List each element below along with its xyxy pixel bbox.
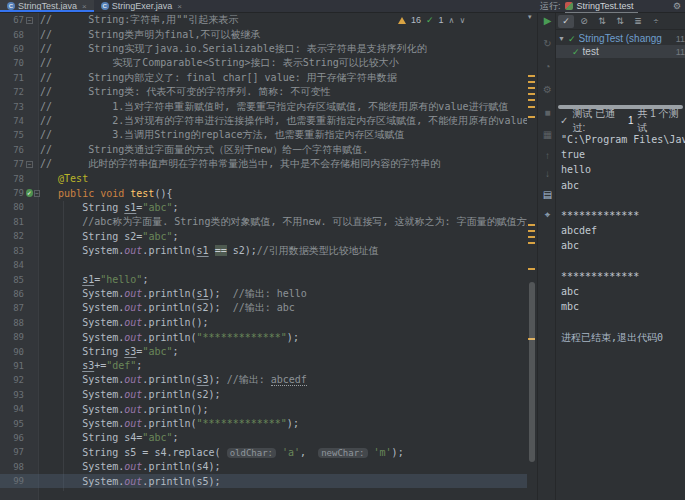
line-number: 81: [0, 217, 24, 227]
code-line[interactable]: 98 System.out.println(s4);: [0, 460, 527, 474]
code-line[interactable]: 76// String类通过字面量的方式（区别于new）给一个字符串赋值.: [0, 143, 527, 157]
fold-icon[interactable]: −: [26, 17, 33, 24]
inspections-widget[interactable]: 16 ✓ 1 ∧ ∨: [398, 15, 465, 25]
code-line[interactable]: 96 String s4="abc";: [0, 431, 527, 445]
code-line[interactable]: 70// 实现了Comparable<String>接口: 表示String可以…: [0, 56, 527, 70]
code-line[interactable]: 84: [0, 258, 527, 272]
rerun-test-icon[interactable]: ▶: [538, 15, 557, 26]
show-ignored-icon[interactable]: ⊘: [576, 15, 592, 28]
warning-stripe-mark[interactable]: [528, 230, 535, 232]
code-line[interactable]: 79✓− public void test(){: [0, 186, 527, 200]
show-passed-icon[interactable]: ✓: [558, 15, 574, 28]
code-line[interactable]: 97 String s5 = s4.replace( oldChar: 'a',…: [0, 445, 527, 459]
code-line[interactable]: 69// String实现了java.io.Serializable接口: 表示…: [0, 42, 527, 56]
code-line[interactable]: 75// 3.当调用String的replace方法, 也需要重新指定内存区域赋…: [0, 128, 527, 142]
warning-stripe-mark[interactable]: [528, 87, 535, 89]
status-check-icon: ✓: [560, 115, 568, 126]
gear-icon[interactable]: ⚙: [673, 1, 681, 11]
code-line[interactable]: 85 s1="hello";: [0, 272, 527, 286]
console-line: [561, 316, 685, 331]
code-line[interactable]: 92 System.out.println(s3); //输出: abcedf: [0, 373, 527, 387]
close-icon[interactable]: ×: [177, 2, 182, 11]
collapse-all-icon[interactable]: ÷: [648, 15, 664, 28]
warning-stripe-mark[interactable]: [528, 224, 535, 226]
dump-threads-icon[interactable]: ▦: [538, 129, 557, 140]
code-line[interactable]: 89 System.out.println("*************");: [0, 330, 527, 344]
code-editor[interactable]: 67−// String:字符串,用""引起来表示68// String类声明为…: [0, 13, 527, 500]
code-line[interactable]: 80 String s1="abc";: [0, 200, 527, 214]
code-line[interactable]: 94 System.out.println();: [0, 402, 527, 416]
code-line[interactable]: 68// String类声明为final,不可以被继承: [0, 27, 527, 41]
scrollbar-thumb[interactable]: [529, 282, 535, 462]
line-number: 97: [0, 447, 24, 457]
coverage-icon[interactable]: ◔: [538, 61, 557, 72]
warning-stripe-mark[interactable]: [528, 236, 535, 238]
code-line[interactable]: 71// String内部定义了: final char[] value: 用于…: [0, 71, 527, 85]
code-text: System.out.println(s4);: [40, 461, 221, 472]
check-icon: ✓: [426, 15, 434, 25]
code-line[interactable]: 83 System.out.println(s1 == s2);//引用数据类型…: [0, 244, 527, 258]
expand-all-icon[interactable]: ≣: [630, 15, 646, 28]
code-line[interactable]: 77−// 此时的字符串值声明在字符串常量池当中, 其中是不会存储相同内容的字符…: [0, 157, 527, 171]
console-line: *************: [561, 210, 685, 225]
code-line[interactable]: 78 @Test: [0, 171, 527, 185]
console-output-icon[interactable]: ▤: [538, 189, 557, 200]
line-number: 75: [0, 130, 24, 140]
warning-stripe-mark[interactable]: [528, 75, 535, 77]
warning-stripe-mark[interactable]: [528, 93, 535, 95]
code-text: @Test: [40, 173, 88, 184]
line-number: 98: [0, 462, 24, 472]
code-text: // String类通过字面量的方式（区别于new）给一个字符串赋值.: [40, 143, 368, 157]
chevron-down-icon[interactable]: ∨: [459, 16, 465, 25]
tab-stringtest-java[interactable]: C StringTest.java ×: [0, 0, 94, 12]
previous-occurrence-icon[interactable]: ↑: [538, 150, 557, 161]
code-line[interactable]: 88 System.out.println();: [0, 316, 527, 330]
warning-stripe-mark[interactable]: [528, 99, 535, 101]
close-icon[interactable]: ×: [82, 2, 87, 11]
code-text: String s3="abc";: [40, 346, 179, 357]
run-console[interactable]: "C:\Program Files\Javatruehelloabc******…: [556, 131, 685, 500]
warning-stripe-mark[interactable]: [528, 81, 535, 83]
line-number: 95: [0, 419, 24, 429]
chevron-down-icon[interactable]: ▼: [558, 35, 565, 42]
code-line[interactable]: 72// String类: 代表不可变的字符序列. 简称: 不可变性: [0, 85, 527, 99]
line-number: 67: [0, 15, 24, 25]
warning-stripe-mark[interactable]: [528, 116, 535, 118]
code-text: System.out.println();: [40, 404, 209, 415]
test-settings-wrench-icon[interactable]: ⚙: [538, 84, 557, 95]
pin-tab-icon[interactable]: ⌖: [538, 209, 557, 221]
ide-window: C StringTest.java × C StringExer.java × …: [0, 0, 685, 500]
sort-by-duration-icon[interactable]: ⇅: [612, 15, 628, 28]
code-line[interactable]: 90 String s3="abc";: [0, 344, 527, 358]
next-occurrence-icon[interactable]: ↓: [538, 168, 557, 179]
warning-stripe-mark[interactable]: [528, 268, 535, 270]
code-line[interactable]: 74// 2.当对现有的字符串进行连接操作时, 也需要重新指定内存区域赋值, 不…: [0, 114, 527, 128]
run-test-gutter-icon[interactable]: ✓: [26, 189, 33, 197]
code-text: String s2="abc";: [40, 231, 179, 242]
stop-icon[interactable]: ■: [538, 107, 557, 118]
line-number: 78: [0, 174, 24, 184]
line-number: 69: [0, 44, 24, 54]
warning-stripe-mark[interactable]: [528, 242, 535, 244]
code-line[interactable]: 73// 1.当对字符串重新赋值时, 需要重写指定内存区域赋值, 不能使用原有的…: [0, 99, 527, 113]
run-config-tab[interactable]: StringTest.test: [577, 1, 634, 11]
test-passed-icon: ✓: [568, 34, 576, 44]
code-line[interactable]: 82 String s2="abc";: [0, 229, 527, 243]
test-tree-row-method[interactable]: ✓ test 11: [556, 45, 685, 58]
chevron-up-icon[interactable]: ∧: [449, 16, 455, 25]
fold-icon[interactable]: −: [26, 161, 33, 168]
code-line[interactable]: 93 System.out.println(s2);: [0, 388, 527, 402]
warning-stripe-mark[interactable]: [528, 106, 535, 108]
tab-stringexer-java[interactable]: C StringExer.java ×: [94, 0, 189, 12]
code-line[interactable]: 95 System.out.println("*************");: [0, 416, 527, 430]
error-stripe[interactable]: ▾: [527, 13, 537, 500]
code-line[interactable]: 86 System.out.println(s1); //输出: hello: [0, 287, 527, 301]
sort-alphabetically-icon[interactable]: ⇅: [594, 15, 610, 28]
code-line[interactable]: 99 System.out.println(s5);: [0, 474, 527, 488]
code-text: //abc称为字面量. String类的对象赋值, 不用new. 可以直接写, …: [40, 215, 527, 229]
code-line[interactable]: 81 //abc称为字面量. String类的对象赋值, 不用new. 可以直接…: [0, 215, 527, 229]
code-line[interactable]: 91 s3+="def";: [0, 359, 527, 373]
test-tree-row-class[interactable]: ▼ ✓ StringTest (shangg 11: [556, 32, 685, 45]
code-line[interactable]: 87 System.out.println(s2); //输出: abc: [0, 301, 527, 315]
rerun-failed-tests-icon[interactable]: ↻: [538, 38, 557, 49]
